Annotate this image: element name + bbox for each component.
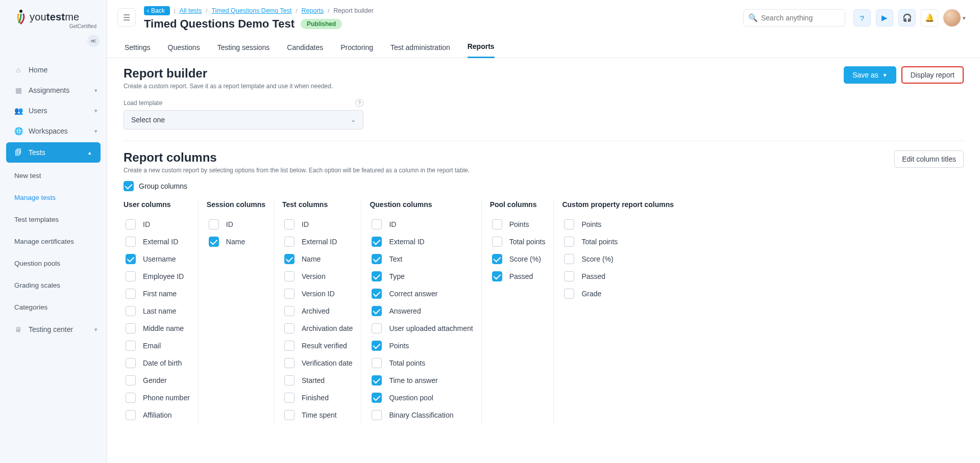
help-icon[interactable]: ?	[355, 99, 363, 107]
subnav-manage-certs[interactable]: Manage certificates	[0, 230, 107, 252]
breadcrumb-separator: |	[174, 8, 176, 14]
column-option-checkbox[interactable]	[372, 323, 382, 333]
column-option-checkbox[interactable]	[284, 341, 295, 351]
sidebar-collapse-button[interactable]: ≪	[87, 35, 100, 47]
column-option-checkbox[interactable]	[126, 254, 136, 264]
column-option-checkbox[interactable]	[126, 289, 136, 299]
column-option-checkbox[interactable]	[126, 393, 136, 403]
column-option-checkbox[interactable]	[126, 306, 136, 316]
nav-workspaces[interactable]: 🌐 Workspaces ▾	[0, 121, 107, 141]
edit-column-titles-button[interactable]: Edit column titles	[894, 150, 964, 168]
column-option-checkbox[interactable]	[126, 219, 136, 229]
support-button[interactable]: 🎧	[898, 9, 916, 27]
nav-testing-center[interactable]: 🖥 Testing center ▾	[0, 319, 107, 340]
column-option-checkbox[interactable]	[126, 323, 136, 333]
breadcrumb-reports[interactable]: Reports	[301, 7, 324, 14]
breadcrumb-test-name[interactable]: Timed Questions Demo Test	[211, 7, 291, 14]
tab-testing-sessions[interactable]: Testing sessions	[217, 43, 270, 58]
column-option-checkbox[interactable]	[372, 237, 382, 247]
column-option-checkbox[interactable]	[284, 306, 295, 316]
column-option: Username	[124, 250, 190, 268]
back-button[interactable]: ‹ Back	[144, 6, 170, 15]
column-option-checkbox[interactable]	[492, 254, 502, 264]
group-columns-checkbox[interactable]	[124, 181, 134, 191]
column-option-checkbox[interactable]	[284, 375, 295, 385]
column-option-label: Answered	[389, 307, 421, 315]
column-option-checkbox[interactable]	[372, 219, 382, 229]
column-option-checkbox[interactable]	[284, 358, 295, 368]
column-option-checkbox[interactable]	[372, 289, 382, 299]
column-option-checkbox[interactable]	[372, 254, 382, 264]
bell-icon: 🔔	[925, 13, 935, 22]
column-option-checkbox[interactable]	[284, 289, 295, 299]
column-option-checkbox[interactable]	[284, 323, 295, 333]
column-option-label: External ID	[302, 238, 337, 246]
column-option-checkbox[interactable]	[126, 358, 136, 368]
subnav-grading-scales[interactable]: Grading scales	[0, 274, 107, 296]
play-button[interactable]: ▶	[876, 9, 893, 27]
column-option-checkbox[interactable]	[564, 219, 574, 229]
column-option-checkbox[interactable]	[126, 237, 136, 247]
column-option-checkbox[interactable]	[126, 341, 136, 351]
column-option-checkbox[interactable]	[126, 271, 136, 281]
column-option-checkbox[interactable]	[284, 393, 295, 403]
column-option-checkbox[interactable]	[372, 271, 382, 281]
nav-tests[interactable]: 🗐 Tests ▴	[6, 142, 101, 163]
display-report-button[interactable]: Display report	[901, 66, 964, 84]
column-option-checkbox[interactable]	[564, 254, 574, 264]
column-option-checkbox[interactable]	[284, 410, 295, 420]
column-option-checkbox[interactable]	[372, 393, 382, 403]
column-option-checkbox[interactable]	[564, 289, 574, 299]
subnav-question-pools[interactable]: Question pools	[0, 252, 107, 274]
tab-settings[interactable]: Settings	[125, 43, 151, 58]
help-button[interactable]: ?	[853, 9, 871, 27]
column-option-checkbox[interactable]	[492, 271, 502, 281]
tab-candidates[interactable]: Candidates	[287, 43, 323, 58]
column-option-checkbox[interactable]	[284, 237, 295, 247]
breadcrumb-all-tests[interactable]: All tests	[180, 7, 202, 14]
column-option-checkbox[interactable]	[564, 271, 574, 281]
search-input[interactable]	[743, 9, 845, 27]
column-option-label: Text	[389, 255, 402, 263]
column-group-title: Question columns	[370, 200, 473, 209]
subnav-categories[interactable]: Categories	[0, 296, 107, 318]
tab-proctoring[interactable]: Proctoring	[340, 43, 373, 58]
column-option-label: Points	[389, 342, 409, 350]
column-option-checkbox[interactable]	[492, 237, 502, 247]
column-option-checkbox[interactable]	[126, 375, 136, 385]
column-option-checkbox[interactable]	[284, 219, 295, 229]
nav-assignments[interactable]: ▦ Assignments ▾	[0, 80, 107, 100]
column-option: Phone number	[124, 389, 190, 406]
column-option-checkbox[interactable]	[372, 358, 382, 368]
column-option-checkbox[interactable]	[284, 271, 295, 281]
tests-subnav: New test Manage tests Test templates Man…	[0, 164, 107, 319]
column-option-checkbox[interactable]	[564, 237, 574, 247]
save-as-button[interactable]: Save as ▼	[844, 66, 896, 84]
column-option-checkbox[interactable]	[372, 341, 382, 351]
tab-reports[interactable]: Reports	[468, 42, 495, 58]
column-option-checkbox[interactable]	[209, 219, 219, 229]
subnav-new-test[interactable]: New test	[0, 165, 107, 187]
column-group: User columnsIDExternal IDUsernameEmploye…	[124, 200, 199, 424]
column-option-checkbox[interactable]	[492, 219, 502, 229]
column-option-label: Score (%)	[509, 255, 541, 263]
tab-questions[interactable]: Questions	[168, 43, 200, 58]
column-option-checkbox[interactable]	[372, 375, 382, 385]
back-label: Back	[151, 7, 165, 14]
nav-home[interactable]: ⌂ Home	[0, 60, 107, 80]
user-menu[interactable]: ▾	[943, 9, 966, 27]
nav-users[interactable]: 👥 Users ▾	[0, 100, 107, 121]
subnav-test-templates[interactable]: Test templates	[0, 209, 107, 230]
load-template-select[interactable]: Select one ⌄	[124, 110, 363, 130]
column-option-checkbox[interactable]	[126, 410, 136, 420]
subnav-manage-tests[interactable]: Manage tests	[0, 187, 107, 209]
column-option-checkbox[interactable]	[372, 306, 382, 316]
column-option-label: Archived	[302, 307, 329, 315]
column-option-checkbox[interactable]	[372, 410, 382, 420]
tab-test-admin[interactable]: Test administration	[390, 43, 450, 58]
menu-toggle-button[interactable]: ☰	[117, 8, 136, 27]
builder-actions: Save as ▼ Display report	[844, 66, 964, 84]
column-option-checkbox[interactable]	[209, 237, 219, 247]
notifications-button[interactable]: 🔔	[921, 9, 938, 27]
column-option-checkbox[interactable]	[284, 254, 295, 264]
